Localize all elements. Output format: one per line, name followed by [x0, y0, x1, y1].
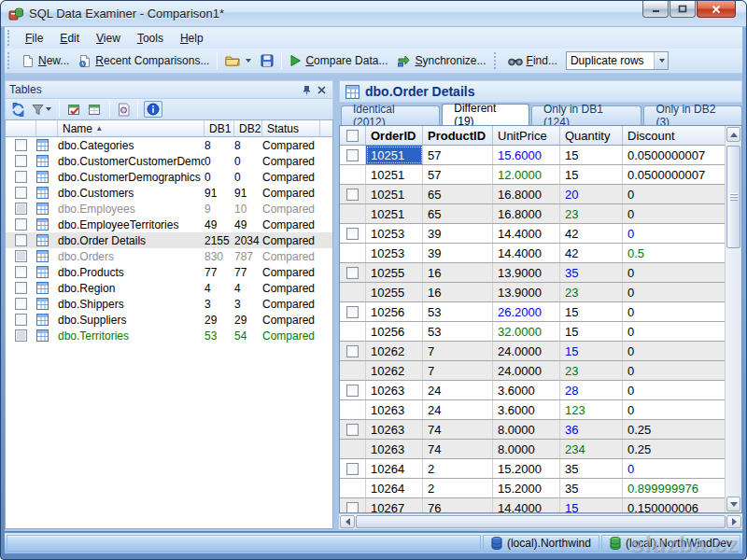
menu-tools[interactable]: Tools — [129, 29, 172, 48]
row-checkbox[interactable] — [346, 424, 359, 436]
grid-cell-productid[interactable]: 2 — [423, 479, 493, 497]
grid-cell-discount[interactable]: 0 — [623, 400, 725, 419]
grid-cell-orderid[interactable]: 10251 — [366, 204, 423, 223]
grid-cell-quantity[interactable]: 123 — [560, 400, 623, 419]
filter-combobox[interactable]: Duplicate rows — [566, 51, 669, 70]
grid-cell-productid[interactable]: 53 — [423, 302, 493, 321]
table-row[interactable]: dbo.Orders 830 787 Compared — [6, 248, 332, 264]
grid-cell-quantity[interactable]: 35 — [560, 479, 623, 497]
table-checkbox[interactable] — [15, 187, 27, 199]
grid-cell-unitprice[interactable]: 14.4000 — [493, 224, 560, 243]
grid-cell-productid[interactable]: 7 — [423, 342, 493, 360]
grid-row[interactable]: 10264 2 15.2000 35 0.899999976 — [340, 479, 725, 498]
grid-cell-orderid[interactable]: 10251 — [366, 146, 423, 164]
table-checkbox[interactable] — [15, 171, 27, 183]
grid-cell-orderid[interactable]: 10263 — [366, 400, 423, 419]
recent-comparisons-button[interactable]: Recent Comparisons... — [74, 52, 214, 70]
table-checkbox[interactable] — [15, 250, 27, 262]
select-all-checkbox[interactable] — [346, 130, 359, 142]
grid-cell-productid[interactable]: 2 — [423, 459, 493, 478]
grid-cell-discount[interactable]: 0.0500000007 — [623, 146, 725, 164]
table-row[interactable]: dbo.CustomerCustomerDemo 0 0 Compared — [6, 153, 332, 169]
grid-cell-quantity[interactable]: 234 — [560, 440, 623, 458]
grid-row[interactable]: 10262 7 24.0000 23 0 — [340, 361, 725, 381]
menu-help[interactable]: Help — [172, 29, 212, 48]
grid-cell-unitprice[interactable]: 14.4000 — [493, 244, 560, 262]
grid-cell-discount[interactable]: 0 — [623, 381, 725, 399]
grid-cell-productid[interactable]: 39 — [423, 224, 493, 243]
grid-cell-productid[interactable]: 57 — [423, 165, 493, 184]
grid-cell-orderid[interactable]: 10255 — [366, 263, 423, 282]
open-button[interactable] — [220, 52, 256, 69]
grid-cell-quantity[interactable]: 15 — [560, 302, 623, 321]
vertical-scrollbar[interactable] — [725, 126, 741, 512]
menu-edit[interactable]: Edit — [51, 29, 88, 48]
grid-cell-unitprice[interactable]: 3.6000 — [493, 381, 560, 399]
grid-cell-productid[interactable]: 16 — [423, 263, 493, 282]
header-checkbox-column[interactable] — [6, 120, 36, 136]
grid-cell-orderid[interactable]: 10251 — [366, 185, 423, 203]
find-button[interactable]: Find... — [503, 52, 562, 69]
table-checkbox[interactable] — [15, 266, 27, 278]
close-button[interactable] — [697, 1, 736, 18]
grid-cell-unitprice[interactable]: 26.2000 — [493, 302, 560, 321]
grid-cell-orderid[interactable]: 10256 — [366, 302, 423, 321]
grid-row[interactable]: 10253 39 14.4000 42 0.5 — [340, 244, 725, 263]
row-checkbox[interactable] — [346, 463, 359, 475]
grid-cell-orderid[interactable]: 10262 — [366, 361, 423, 380]
grid-cell-quantity[interactable]: 15 — [560, 342, 623, 360]
grid-cell-orderid[interactable]: 10263 — [366, 440, 423, 458]
grid-cell-orderid[interactable]: 10256 — [366, 322, 423, 341]
table-checkbox[interactable] — [15, 234, 27, 246]
horizontal-scrollbar[interactable] — [339, 513, 742, 529]
grid-cell-discount[interactable]: 0 — [623, 459, 725, 478]
row-checkbox[interactable] — [346, 189, 359, 201]
grid-cell-quantity[interactable]: 15 — [560, 165, 623, 184]
grid-cell-quantity[interactable]: 23 — [560, 361, 623, 380]
grid-cell-productid[interactable]: 53 — [423, 322, 493, 341]
grid-cell-discount[interactable]: 0 — [623, 204, 725, 223]
filter-button[interactable] — [30, 103, 53, 117]
open-dropdown-arrow-icon[interactable] — [246, 59, 251, 63]
grid-cell-quantity[interactable]: 35 — [560, 263, 623, 282]
grid-cell-productid[interactable]: 74 — [423, 440, 493, 458]
grid-cell-productid[interactable]: 65 — [423, 185, 493, 203]
grid-cell-quantity[interactable]: 36 — [560, 420, 623, 439]
table-checkbox[interactable] — [15, 314, 27, 326]
grid-cell-unitprice[interactable]: 16.8000 — [493, 204, 560, 223]
grid-cell-orderid[interactable]: 10255 — [366, 283, 423, 301]
grid-cell-productid[interactable]: 16 — [423, 283, 493, 301]
table-row[interactable]: dbo.Employees 9 10 Compared — [6, 201, 332, 217]
table-row[interactable]: dbo.Order Details 2155 2034 Compared — [6, 232, 332, 248]
tab-different[interactable]: Different (19) — [442, 104, 529, 125]
grid-cell-unitprice[interactable]: 32.0000 — [493, 322, 560, 341]
grid-cell-discount[interactable]: 0 — [623, 302, 725, 321]
table-row[interactable]: dbo.Territories 53 54 Compared — [6, 328, 332, 343]
grid-cell-unitprice[interactable]: 13.9000 — [493, 283, 560, 301]
grid-row[interactable]: 10255 16 13.9000 35 0 — [340, 263, 725, 283]
column-header-name[interactable]: Name ▲ — [58, 120, 204, 136]
grid-cell-productid[interactable]: 57 — [423, 146, 493, 164]
grid-cell-quantity[interactable]: 35 — [560, 459, 623, 478]
combobox-dropdown-button[interactable] — [654, 52, 668, 69]
grid-cell-orderid[interactable]: 10264 — [366, 459, 423, 478]
scroll-right-button[interactable] — [726, 515, 741, 528]
grid-cell-productid[interactable]: 7 — [423, 361, 493, 380]
new-button[interactable]: New... — [17, 52, 74, 70]
table-row[interactable]: dbo.Shippers 3 3 Compared — [6, 296, 332, 312]
table-checkbox[interactable] — [15, 329, 27, 342]
column-header-db2[interactable]: DB2 — [234, 120, 262, 136]
table-checkbox[interactable] — [15, 203, 27, 215]
menu-view[interactable]: View — [88, 29, 129, 48]
maximize-button[interactable] — [669, 1, 696, 18]
grid-cell-unitprice[interactable]: 15.2000 — [493, 479, 560, 497]
grid-cell-discount[interactable]: 0.899999976 — [623, 479, 725, 497]
table-row[interactable]: dbo.CustomerDemographics 0 0 Compared — [6, 169, 332, 185]
refresh-button[interactable] — [9, 102, 27, 118]
grid-cell-orderid[interactable]: 10263 — [366, 420, 423, 439]
grid-cell-unitprice[interactable]: 8.0000 — [493, 440, 560, 458]
grid-row[interactable]: 10251 65 16.8000 23 0 — [340, 204, 725, 224]
tab-identical[interactable]: Identical (2012) — [341, 105, 440, 125]
row-checkbox[interactable] — [346, 502, 359, 513]
grid-cell-discount[interactable]: 0 — [623, 224, 725, 243]
